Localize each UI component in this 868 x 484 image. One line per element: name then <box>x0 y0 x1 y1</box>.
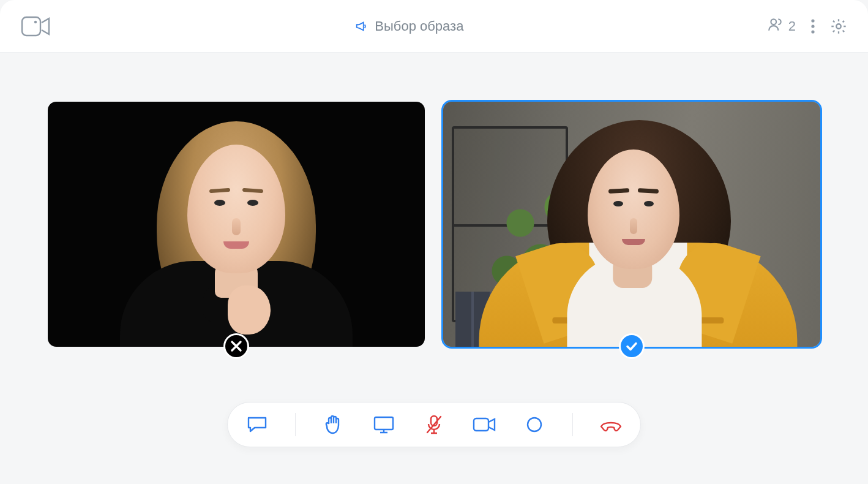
page-title: Выбор образа <box>375 18 463 34</box>
participant-video-1 <box>48 102 425 347</box>
app-logo-icon <box>21 16 51 37</box>
call-toolbar <box>227 402 641 447</box>
screen-icon <box>373 415 395 434</box>
chat-icon <box>247 415 268 434</box>
participants-button[interactable]: 2 <box>768 17 796 36</box>
svg-point-6 <box>836 24 840 28</box>
raise-hand-button[interactable] <box>321 412 346 437</box>
svg-rect-0 <box>22 17 40 36</box>
person-icon <box>768 17 784 36</box>
record-button[interactable] <box>522 412 547 437</box>
more-button[interactable] <box>810 18 815 34</box>
svg-point-1 <box>34 20 37 23</box>
end-call-button[interactable] <box>599 412 623 437</box>
participant-tile-2[interactable] <box>443 102 820 347</box>
megaphone-icon <box>355 20 369 33</box>
reject-badge[interactable] <box>223 333 249 359</box>
record-icon <box>526 416 543 433</box>
svg-point-3 <box>811 19 814 22</box>
gear-icon <box>830 18 847 35</box>
mic-button[interactable] <box>422 412 446 437</box>
more-icon <box>810 18 815 34</box>
settings-button[interactable] <box>830 18 847 35</box>
svg-point-5 <box>811 30 814 33</box>
toolbar-separator <box>295 413 296 436</box>
svg-point-10 <box>528 418 541 431</box>
hand-icon <box>324 414 343 435</box>
svg-point-2 <box>771 19 776 25</box>
svg-point-4 <box>811 25 814 28</box>
top-bar: Выбор образа 2 <box>0 0 868 53</box>
camera-icon <box>472 416 496 433</box>
toolbar-separator <box>572 413 573 436</box>
close-icon <box>229 339 244 354</box>
chat-button[interactable] <box>245 412 269 437</box>
hangup-icon <box>599 417 623 433</box>
share-screen-button[interactable] <box>372 412 396 437</box>
video-gallery <box>0 102 868 347</box>
svg-rect-7 <box>375 417 393 429</box>
participant-count: 2 <box>788 18 796 34</box>
svg-rect-9 <box>474 418 488 431</box>
accept-badge[interactable] <box>619 333 645 359</box>
camera-button[interactable] <box>472 412 496 437</box>
check-icon <box>624 339 639 354</box>
mic-off-icon <box>425 414 443 435</box>
participant-video-2 <box>443 102 820 347</box>
participant-tile-1[interactable] <box>48 102 425 347</box>
